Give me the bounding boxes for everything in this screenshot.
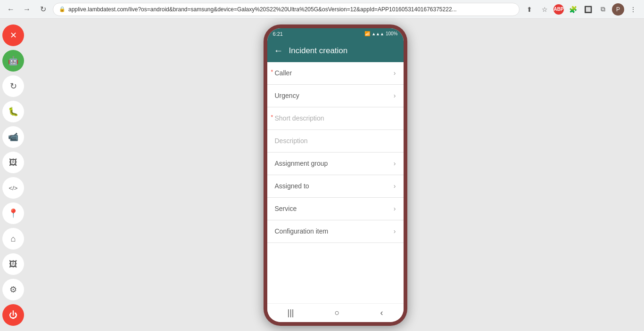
app-title: Incident creation [289,46,348,56]
chevron-right-icon: › [394,182,396,190]
form-field-caller[interactable]: Caller› [267,62,404,85]
close-button[interactable]: ✕ [2,24,24,46]
close-icon: ✕ [10,30,17,40]
form-content: Caller›Urgency›Assignment group›Assigned… [267,62,404,303]
chevron-right-icon: › [394,205,396,212]
window-button[interactable]: ⧉ [597,3,609,16]
chevron-right-icon: › [394,227,396,235]
home-button[interactable]: ⌂ [2,228,24,250]
sync-button[interactable]: ↻ [2,75,24,97]
home-icon: ⌂ [11,234,16,244]
power-icon: ⏻ [9,310,17,320]
form-field-assigned-to[interactable]: Assigned to› [267,175,404,198]
phone-frame: 6:21 📶 ▲▲▲ 100% ← Incident creation Call… [264,24,407,326]
android-icon: 🤖 [8,56,18,66]
form-field-configuration-item[interactable]: Configuration item› [267,220,404,243]
form-field-assignment-group[interactable]: Assignment group› [267,153,404,175]
android-button[interactable]: 🤖 [2,50,24,72]
navigation-bar: ||| ○ ‹ [267,303,404,322]
address-bar[interactable]: 🔒 applive.lambdatest.com/live?os=android… [53,3,520,16]
chevron-right-icon: › [394,69,396,77]
camera-button[interactable]: 📹 [2,126,24,148]
camera-icon: 📹 [8,132,18,142]
cast-button[interactable]: 🔲 [582,3,594,16]
input-short-description[interactable] [275,114,396,122]
back-nav-button[interactable]: ‹ [372,305,390,321]
location-icon: 📍 [8,208,18,218]
field-label-caller: Caller [275,69,292,77]
profile-avatar[interactable]: P [612,3,624,16]
location-button[interactable]: 📍 [2,202,24,224]
main-content: ✕ 🤖 ↻ 🐛 📹 🖼 </> 📍 ⌂ 🖼 ⚙ [0,19,644,331]
field-label-configuration-item: Configuration item [275,227,329,235]
form-field-service[interactable]: Service› [267,198,404,220]
status-time: 6:21 [273,31,283,37]
browser-chrome: ← → ↻ 🔒 applive.lambdatest.com/live?os=a… [0,0,644,19]
bookmark-button[interactable]: ☆ [538,3,551,16]
wifi-icon: 📶 [364,31,370,36]
browser-actions: ⬆ ☆ ABP 🧩 🔲 ⧉ P ⋮ [523,3,639,16]
sync-icon: ↻ [10,81,17,91]
menu-button[interactable]: ⋮ [627,3,639,16]
form-field-short-description[interactable] [267,107,404,130]
image-icon: 🖼 [9,259,17,269]
input-description[interactable] [275,137,396,145]
back-button[interactable]: ← [5,3,17,16]
bug-icon: 🐛 [8,106,18,117]
chevron-right-icon: › [394,92,396,99]
field-label-service: Service [275,205,297,212]
code-button[interactable]: </> [2,177,24,199]
power-button[interactable]: ⏻ [2,304,24,326]
settings-icon: ⚙ [9,284,17,295]
refresh-button[interactable]: ↻ [37,3,49,16]
form-field-urgency[interactable]: Urgency› [267,85,404,107]
center-area: 6:21 📶 ▲▲▲ 100% ← Incident creation Call… [26,19,644,331]
recent-apps-button[interactable]: ||| [280,305,302,321]
home-nav-button[interactable]: ○ [327,305,347,321]
left-sidebar: ✕ 🤖 ↻ 🐛 📹 🖼 </> 📍 ⌂ 🖼 ⚙ [0,19,26,331]
chevron-right-icon: › [394,160,396,167]
forward-button[interactable]: → [21,3,33,16]
bug-button[interactable]: 🐛 [2,101,24,122]
address-text: applive.lambdatest.com/live?os=android&b… [68,6,513,13]
field-label-assigned-to: Assigned to [275,182,309,190]
field-label-urgency: Urgency [275,92,299,99]
abp-badge[interactable]: ABP [553,4,564,15]
status-icons: 📶 ▲▲▲ 100% [364,31,397,36]
gallery-button[interactable]: 🖼 [2,152,24,173]
status-bar: 6:21 📶 ▲▲▲ 100% [267,28,404,40]
extensions-button[interactable]: 🧩 [567,3,579,16]
code-icon: </> [9,185,18,192]
form-field-description[interactable] [267,130,404,153]
image-button[interactable]: 🖼 [2,253,24,275]
app-header: ← Incident creation [267,40,404,62]
field-label-assignment-group: Assignment group [275,160,328,167]
phone-screen: 6:21 📶 ▲▲▲ 100% ← Incident creation Call… [267,28,404,322]
gallery-icon: 🖼 [9,158,17,168]
signal-icon: ▲▲▲ [372,32,384,36]
settings-button[interactable]: ⚙ [2,279,24,300]
battery-icon: 100% [386,31,398,36]
app-back-button[interactable]: ← [274,45,283,56]
lock-icon: 🔒 [59,6,66,12]
share-button[interactable]: ⬆ [523,3,536,16]
